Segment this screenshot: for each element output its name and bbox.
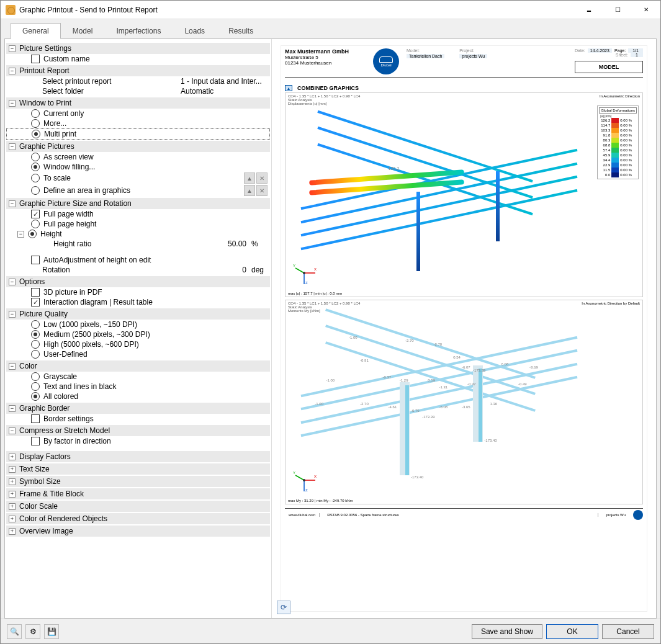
collapse-icon[interactable]: − xyxy=(9,68,16,74)
collapse-icon[interactable]: − xyxy=(9,311,16,318)
radio-icon[interactable] xyxy=(31,330,40,339)
group-printout-report[interactable]: − Printout Report xyxy=(6,65,270,76)
collapse-icon[interactable]: − xyxy=(9,405,16,412)
group-graphic-pictures[interactable]: − Graphic Pictures xyxy=(6,141,270,152)
save-settings-button[interactable]: 💾 xyxy=(44,624,59,639)
help-button[interactable]: 🔍 xyxy=(7,624,22,639)
tab-results[interactable]: Results xyxy=(217,23,265,39)
radio-define-area[interactable]: Define an area in graphics ▲✕ xyxy=(6,184,270,197)
expand-icon[interactable]: + xyxy=(9,503,16,510)
custom-name-row[interactable]: Custom name xyxy=(6,54,270,64)
radio-as-screen[interactable]: As screen view xyxy=(6,152,270,162)
group-picture-settings[interactable]: − Picture Settings xyxy=(6,43,270,54)
radio-full-height[interactable]: Full page height xyxy=(6,219,270,229)
radio-icon[interactable] xyxy=(31,340,40,349)
settings-button[interactable]: ⚙ xyxy=(25,624,40,639)
collapse-icon[interactable]: − xyxy=(9,363,16,370)
group-size-rotation[interactable]: − Graphic Picture Size and Rotation xyxy=(6,198,270,209)
group-collapsed[interactable]: +Symbol Size xyxy=(6,476,270,487)
radio-icon[interactable] xyxy=(32,130,40,138)
ok-button[interactable]: OK xyxy=(546,624,598,639)
group-options[interactable]: − Options xyxy=(6,276,270,287)
radio-quality-high[interactable]: High (5000 pixels, ~600 DPI) xyxy=(6,339,270,349)
collapse-icon[interactable]: − xyxy=(9,200,16,207)
group-collapsed[interactable]: +Text Size xyxy=(6,463,270,475)
radio-quality-low[interactable]: Low (1000 pixels, ~150 DPI) xyxy=(6,320,270,329)
radio-quality-user[interactable]: User-Defined xyxy=(6,349,270,359)
close-button[interactable]: ✕ xyxy=(632,1,660,19)
radio-icon[interactable] xyxy=(28,230,37,238)
radio-icon[interactable] xyxy=(31,119,40,128)
collapse-icon[interactable]: − xyxy=(9,45,16,52)
radio-all-colored[interactable]: All colored xyxy=(6,391,270,401)
checkbox-icon[interactable] xyxy=(31,210,40,218)
check-3d-pdf[interactable]: 3D picture in PDF xyxy=(6,287,270,297)
checkbox-icon[interactable] xyxy=(31,256,40,264)
group-compress[interactable]: − Compress or Stretch Model xyxy=(6,425,270,436)
radio-multi-print[interactable]: Multi print xyxy=(6,128,270,140)
radio-icon[interactable] xyxy=(31,174,40,182)
radio-icon[interactable] xyxy=(31,320,40,329)
checkbox-icon[interactable] xyxy=(31,414,40,423)
save-and-show-button[interactable]: Save and Show xyxy=(472,624,542,639)
check-interaction[interactable]: Interaction diagram | Result table xyxy=(6,297,270,307)
checkbox-icon[interactable] xyxy=(31,298,40,306)
select-report-row[interactable]: Select printout report 1 - Input data an… xyxy=(6,76,270,86)
radio-icon[interactable] xyxy=(31,186,40,195)
group-window-to-print[interactable]: − Window to Print xyxy=(6,97,270,109)
radio-quality-medium[interactable]: Medium (2500 pixels, ~300 DPI) xyxy=(6,329,270,339)
group-color[interactable]: − Color xyxy=(6,360,270,372)
radio-icon[interactable] xyxy=(31,153,40,161)
collapse-icon[interactable]: − xyxy=(9,279,16,285)
radio-icon[interactable] xyxy=(31,382,40,391)
check-auto-adjust[interactable]: AutoAdjustment of height on edit xyxy=(6,255,270,265)
check-by-factor[interactable]: By factor in direction xyxy=(6,436,270,446)
collapse-icon[interactable]: − xyxy=(17,231,24,238)
radio-icon[interactable] xyxy=(31,392,40,401)
height-ratio-row[interactable]: Height ratio 50.00 % xyxy=(6,239,270,249)
collapse-icon[interactable]: − xyxy=(9,427,16,434)
refresh-button[interactable]: ⟳ xyxy=(277,601,290,614)
group-quality[interactable]: − Picture Quality xyxy=(6,308,270,320)
radio-current-only[interactable]: Current only xyxy=(6,109,270,119)
tab-imperfections[interactable]: Imperfections xyxy=(104,23,173,39)
group-collapsed[interactable]: +Display Factors xyxy=(6,451,270,462)
tab-general[interactable]: General xyxy=(11,23,61,39)
expand-icon[interactable]: + xyxy=(9,478,16,485)
radio-icon[interactable] xyxy=(31,220,40,228)
group-collapsed[interactable]: +Color of Rendered Objects xyxy=(6,513,270,524)
radio-icon[interactable] xyxy=(31,109,40,118)
collapse-icon[interactable]: − xyxy=(9,100,16,107)
checkbox-icon[interactable] xyxy=(31,55,40,63)
maximize-button[interactable]: ☐ xyxy=(603,1,632,19)
expand-icon[interactable]: + xyxy=(9,516,16,522)
minimize-button[interactable]: 🗕 xyxy=(575,1,603,19)
expand-icon[interactable]: + xyxy=(9,466,16,473)
expand-icon[interactable]: + xyxy=(9,491,16,498)
group-collapsed[interactable]: +Color Scale xyxy=(6,501,270,512)
collapse-icon[interactable]: − xyxy=(9,143,16,150)
tab-model[interactable]: Model xyxy=(61,23,105,39)
checkbox-icon[interactable] xyxy=(31,437,40,445)
expand-icon[interactable]: + xyxy=(9,528,16,535)
select-folder-row[interactable]: Select folder Automatic xyxy=(6,86,270,96)
radio-icon[interactable] xyxy=(31,350,40,359)
tab-loads[interactable]: Loads xyxy=(173,23,217,39)
radio-more[interactable]: More... xyxy=(6,119,270,128)
group-collapsed[interactable]: +Frame & Title Block xyxy=(6,488,270,499)
radio-text-black[interactable]: Text and lines in black xyxy=(6,382,270,391)
radio-icon[interactable] xyxy=(31,372,40,381)
check-full-width[interactable]: Full page width xyxy=(6,209,270,219)
radio-icon[interactable] xyxy=(31,163,40,171)
cancel-button[interactable]: Cancel xyxy=(602,624,654,639)
group-border[interactable]: − Graphic Border xyxy=(6,403,270,414)
expand-icon[interactable]: + xyxy=(9,454,16,460)
group-collapsed[interactable]: +Overview Image xyxy=(6,525,270,537)
rotation-row[interactable]: Rotation 0 deg xyxy=(6,265,270,275)
checkbox-icon[interactable] xyxy=(31,288,40,297)
radio-grayscale[interactable]: Grayscale xyxy=(6,372,270,382)
radio-window-filling[interactable]: Window filling... xyxy=(6,162,270,172)
radio-height[interactable]: − Height xyxy=(6,229,270,239)
radio-to-scale[interactable]: To scale ▲✕ xyxy=(6,172,270,184)
check-border-settings[interactable]: Border settings xyxy=(6,414,270,424)
